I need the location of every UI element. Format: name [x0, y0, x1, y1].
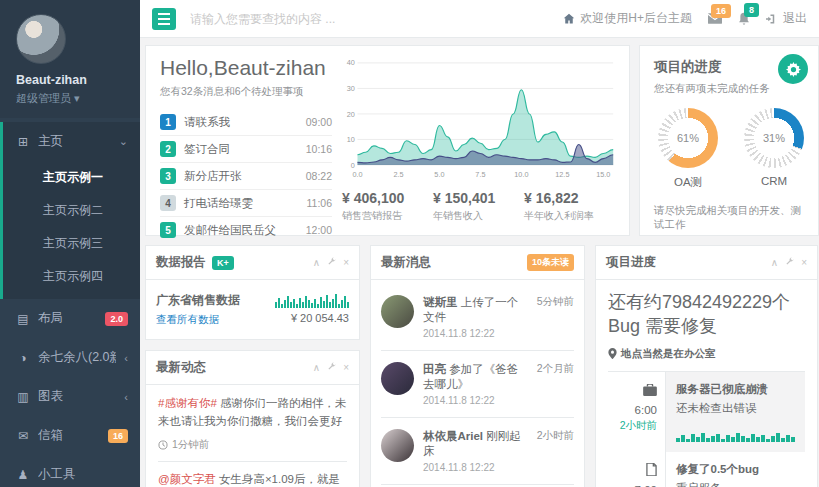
view-all-data-link[interactable]: 查看所有数据 [156, 313, 219, 327]
progress-note: 请尽快完成相关项目的开发、测试工作 [654, 204, 804, 232]
svg-text:40: 40 [347, 60, 355, 68]
summary-subtitle: 您有32条消息和6个待处理事项 [160, 85, 332, 99]
layout-icon: ▤ [16, 312, 30, 326]
report-amount: ¥ 20 054.43 [275, 312, 349, 324]
user-avatar[interactable] [16, 14, 66, 64]
briefcase-icon [643, 384, 657, 396]
collapse-icon[interactable]: ∧ [771, 257, 778, 268]
unread-badge: 10条未读 [527, 254, 574, 271]
sidebar-subitem-home-4[interactable]: 主页示例四 [3, 260, 140, 293]
dashboard-summary-panel: Hello,Beaut-zihan 您有32条消息和6个待处理事项 1 请联系我… [145, 45, 630, 236]
stat-half-year-margin: ¥ 16,822 半年收入利润率 [524, 190, 615, 223]
main-content: Hello,Beaut-zihan 您有32条消息和6个待处理事项 1 请联系我… [140, 38, 819, 487]
timeline-item: 6:00 2小时前 服务器已彻底崩溃 还未检查出错误 [608, 372, 805, 452]
sidebar-item-misc[interactable]: ◑ 余七余八(2.0新增) ‹ [0, 338, 140, 377]
crm-progress-donut: 31% [744, 108, 804, 168]
mention-link[interactable]: @颜文字君 [158, 473, 216, 485]
message-count-badge: 16 [711, 4, 731, 18]
latest-news-panel: 最新消息 10条未读 谜斯里 上传了一个文件 2014.11.8 12:22 5… [370, 245, 585, 487]
gear-icon [786, 62, 801, 77]
home-grid-icon: ⊞ [16, 135, 30, 149]
oa-progress-donut: 61% [658, 108, 718, 168]
close-icon[interactable]: × [343, 362, 349, 373]
sidebar-item-mailbox[interactable]: ✉ 信箱 16 [0, 416, 140, 455]
avatar [381, 429, 414, 462]
server-sparkline [676, 424, 795, 442]
timeline: 6:00 2小时前 服务器已彻底崩溃 还未检查出错误 [608, 371, 805, 487]
mail-count-badge: 16 [108, 429, 128, 443]
avatar [381, 362, 414, 395]
todo-item[interactable]: 1 请联系我 09:00 [160, 109, 332, 136]
sidebar-section-home: ⊞ 主页 ⌄ 主页示例一 主页示例二 主页示例三 主页示例四 [0, 122, 140, 299]
svg-text:20: 20 [347, 111, 355, 119]
chevron-left-icon: ‹ [124, 352, 128, 364]
sidebar-item-home[interactable]: ⊞ 主页 ⌄ [3, 122, 140, 161]
sidebar-subitem-home-2[interactable]: 主页示例二 [3, 194, 140, 227]
sidebar-subitem-home-3[interactable]: 主页示例三 [3, 227, 140, 260]
close-icon[interactable]: × [801, 257, 807, 268]
chevron-left-icon: ‹ [124, 391, 128, 403]
news-item[interactable]: 林依晨Ariel 刚刚起床 2014.11.8 12:22 2小时前 [381, 418, 574, 485]
search-input[interactable] [190, 12, 410, 26]
welcome-link[interactable]: 欢迎使用H+后台主题 [563, 10, 692, 27]
collapse-icon[interactable]: ∧ [313, 257, 320, 268]
project-timeline-panel: 项目进度 ∧ × 还有约79842492229个Bug 需要修复 地点当然是在办… [595, 245, 818, 487]
todo-list: 1 请联系我 09:00 2 签订合同 10:16 3 新分店开张 08:22 [160, 109, 332, 243]
wrench-icon[interactable] [327, 362, 336, 373]
todo-number-badge: 1 [160, 114, 176, 130]
svg-text:12.5: 12.5 [555, 171, 569, 179]
settings-button[interactable] [778, 54, 808, 84]
todo-item[interactable]: 5 发邮件给国民岳父 12:00 [160, 217, 332, 243]
hashtag-link[interactable]: #感谢有你# [158, 397, 217, 409]
donut-oa: 61% OA测 [658, 108, 718, 190]
todo-item[interactable]: 4 打电话给璟雯 11:06 [160, 190, 332, 217]
chart-icon: ▥ [16, 390, 30, 404]
activity-time: 1分钟前 [158, 438, 347, 452]
svg-text:10: 10 [347, 136, 355, 144]
svg-text:15.0: 15.0 [596, 171, 610, 179]
yinyang-icon: ◑ [16, 351, 30, 365]
widget-icon: ♟ [16, 468, 30, 482]
version-badge: 2.0 [105, 312, 128, 326]
profile-role-dropdown[interactable]: 超级管理员 ▾ [16, 91, 140, 106]
panel-title: 最新动态 [156, 359, 206, 376]
wrench-icon[interactable] [785, 257, 794, 268]
top-navbar: 欢迎使用H+后台主题 16 8 退出 [140, 0, 819, 38]
collapse-icon[interactable]: ∧ [313, 362, 320, 373]
notifications-button[interactable]: 8 [738, 12, 750, 25]
svg-text:0.0: 0.0 [352, 171, 362, 179]
svg-text:2.5: 2.5 [393, 171, 403, 179]
svg-text:30: 30 [347, 85, 355, 93]
stats-row: ¥ 406,100 销售营销报告 ¥ 150,401 年销售收入 ¥ 16,82… [342, 190, 615, 223]
todo-item[interactable]: 3 新分店开张 08:22 [160, 163, 332, 190]
activity-item: @颜文字君 女生身高×1.09后，就是最适合你的男生身高；相反，男生是÷1.09… [158, 462, 347, 487]
latest-activity-panel: 最新动态 ∧ × #感谢有你# 感谢你们一路的相伴，未来也请让我为你们撒糖，我们… [145, 350, 360, 487]
location-line: 地点当然是在办公室 [608, 347, 805, 361]
logout-button[interactable]: 退出 [766, 10, 807, 27]
sidebar-item-charts[interactable]: ▥ 图表 ‹ [0, 377, 140, 416]
todo-item[interactable]: 2 签订合同 10:16 [160, 136, 332, 163]
panel-title: 数据报告 [156, 254, 206, 271]
avatar [381, 295, 414, 328]
news-item[interactable]: 谜斯里 上传了一个文件 2014.11.8 12:22 5分钟前 [381, 284, 574, 351]
report-sparkline [275, 292, 349, 308]
sidebar-item-layout[interactable]: ▤ 布局 2.0 [0, 299, 140, 338]
page-title: Hello,Beaut-zihan [160, 56, 332, 80]
todo-number-badge: 4 [160, 195, 176, 211]
profile-card: Beaut-zihan 超级管理员 ▾ [0, 0, 140, 118]
sidebar-item-widgets[interactable]: ♟ 小工具 [0, 455, 140, 487]
svg-text:10.0: 10.0 [514, 171, 528, 179]
clock-icon [158, 440, 168, 450]
mailbox-icon: ✉ [16, 429, 30, 443]
map-pin-icon [608, 348, 617, 359]
todo-number-badge: 3 [160, 168, 176, 184]
close-icon[interactable]: × [343, 257, 349, 268]
wrench-icon[interactable] [327, 257, 336, 268]
news-item[interactable]: 田亮 参加了《爸爸去哪儿》 2014.11.8 12:22 2个月前 [381, 351, 574, 418]
sales-area-chart: 0102030400.02.55.07.510.012.515.0 [342, 56, 615, 184]
profile-name: Beaut-zihan [16, 73, 140, 87]
messages-button[interactable]: 16 [708, 13, 722, 24]
sidebar-subitem-home-1[interactable]: 主页示例一 [3, 161, 140, 194]
sidebar-submenu-home: 主页示例一 主页示例二 主页示例三 主页示例四 [3, 161, 140, 299]
sidebar-toggle-button[interactable] [152, 8, 176, 30]
